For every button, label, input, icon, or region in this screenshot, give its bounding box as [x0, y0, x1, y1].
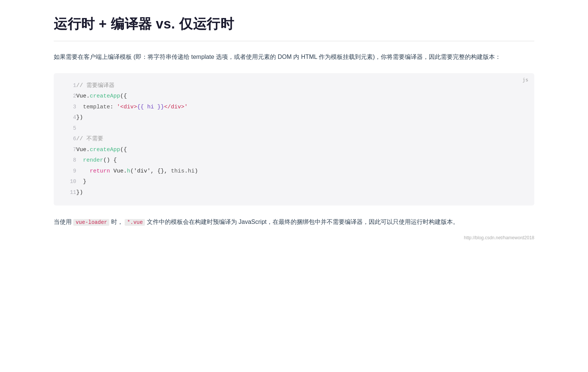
line-content: })	[76, 188, 534, 198]
line-content: })	[76, 112, 534, 123]
line-number: 2	[54, 91, 76, 102]
code-line-9: 9 return Vue.h('div', {}, this.hi)	[54, 166, 534, 177]
page-wrapper: 运行时 + 编译器 vs. 仅运行时 如果需要在客户端上编译模板 (即：将字符串…	[31, 0, 557, 263]
line-number: 4	[54, 112, 76, 123]
code-line-8: 8 render() {	[54, 155, 534, 166]
footer-text-after: 文件中的模板会在构建时预编译为 JavaScript，在最终的捆绑包中并不需要编…	[147, 219, 459, 225]
code-line-2: 2 Vue.createApp({	[54, 91, 534, 102]
code-line-5: 5	[54, 123, 534, 134]
code-line-7: 7 Vue.createApp({	[54, 145, 534, 156]
line-content: }	[76, 177, 534, 188]
code-line-6: 6 // 不需要	[54, 134, 534, 145]
footer-text-before: 当使用	[54, 219, 72, 225]
line-content: render() {	[76, 155, 534, 166]
line-content	[76, 123, 534, 134]
line-number: 9	[54, 166, 76, 177]
line-content: return Vue.h('div', {}, this.hi)	[76, 166, 534, 177]
section-divider	[54, 41, 534, 41]
inline-code-vue-loader: vue-loader	[73, 219, 109, 226]
inline-code-vue-ext: *.vue	[125, 219, 145, 226]
page-title: 运行时 + 编译器 vs. 仅运行时	[54, 15, 534, 33]
code-lang-badge: js	[522, 77, 528, 82]
footer-paragraph: 当使用 vue-loader 时， *.vue 文件中的模板会在构建时预编译为 …	[54, 217, 534, 228]
intro-paragraph: 如果需要在客户端上编译模板 (即：将字符串传递给 template 选项，或者使…	[54, 52, 534, 63]
footer-text-middle: 时，	[111, 219, 123, 225]
code-line-4: 4 })	[54, 112, 534, 123]
line-number: 7	[54, 145, 76, 156]
line-number: 8	[54, 155, 76, 166]
line-number: 11	[54, 188, 76, 198]
code-line-10: 10 }	[54, 177, 534, 188]
line-number: 5	[54, 123, 76, 134]
line-number: 6	[54, 134, 76, 145]
code-block: js 1 // 需要编译器 2 Vue.createApp({ 3 templa…	[54, 73, 534, 206]
code-line-1: 1 // 需要编译器	[54, 81, 534, 92]
line-content: // 不需要	[76, 134, 534, 145]
footer-note: http://blog.csdn.net/hameword2018	[54, 235, 534, 240]
code-line-11: 11 })	[54, 188, 534, 198]
line-content: Vue.createApp({	[76, 145, 534, 156]
line-content: // 需要编译器	[76, 81, 534, 92]
code-line-3: 3 template: '<div>{{ hi }}</div>'	[54, 102, 534, 113]
line-number: 3	[54, 102, 76, 113]
line-content: Vue.createApp({	[76, 91, 534, 102]
line-number: 1	[54, 81, 76, 92]
code-table: 1 // 需要编译器 2 Vue.createApp({ 3 template:…	[54, 81, 534, 198]
line-number: 10	[54, 177, 76, 188]
line-content: template: '<div>{{ hi }}</div>'	[76, 102, 534, 113]
